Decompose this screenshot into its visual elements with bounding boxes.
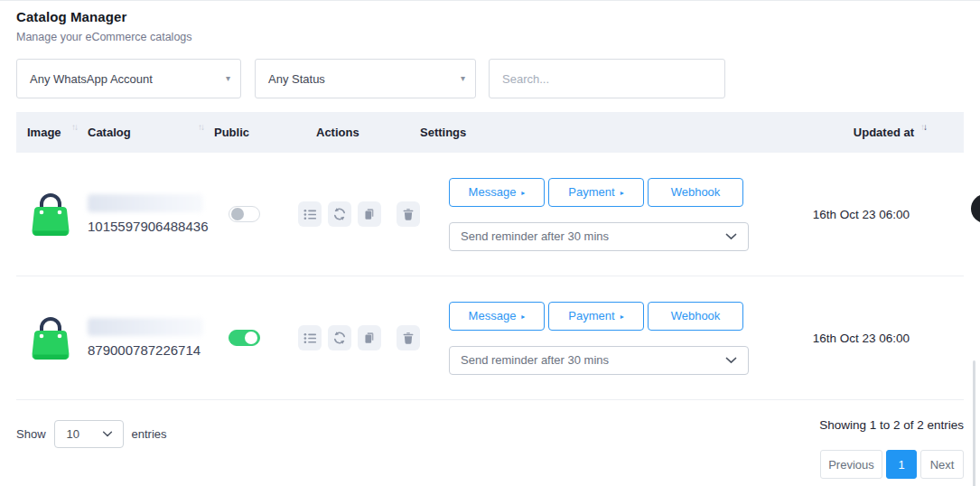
actions-cell xyxy=(298,325,420,350)
trash-icon xyxy=(402,332,415,344)
message-button[interactable]: Message ▸ xyxy=(449,178,545,207)
chevron-down-icon xyxy=(725,233,737,240)
sort-icon-active-desc: ↑↓ xyxy=(920,122,926,132)
column-header-actions: Actions xyxy=(316,126,420,139)
catalog-manager-page: Catalog Manager Manage your eCommerce ca… xyxy=(0,0,980,486)
payment-button[interactable]: Payment ▸ xyxy=(548,178,644,207)
reminder-select[interactable]: Send reminder after 30 mins xyxy=(449,222,749,251)
page-title: Catalog Manager xyxy=(16,9,964,24)
caret-down-icon: ▾ xyxy=(461,74,465,83)
public-toggle[interactable] xyxy=(229,206,260,222)
caret-down-icon: ▾ xyxy=(226,74,230,83)
toggle-knob xyxy=(245,332,257,344)
next-page-button[interactable]: Next xyxy=(920,450,964,479)
whatsapp-account-filter[interactable]: Any WhatsApp Account ▾ xyxy=(16,59,241,98)
catalog-image-cell xyxy=(16,309,88,367)
caret-right-icon: ▸ xyxy=(521,313,525,321)
updated-at: 16th Oct 23 06:00 xyxy=(743,208,964,221)
caret-right-icon: ▸ xyxy=(621,313,624,321)
column-header-public: Public xyxy=(214,126,316,139)
catalog-name-redacted xyxy=(88,194,203,212)
showing-entries-text: Showing 1 to 2 of 2 entries xyxy=(819,418,964,432)
webhook-button[interactable]: Webhook xyxy=(648,178,743,207)
show-label: Show xyxy=(16,427,46,441)
duplicate-button[interactable] xyxy=(358,201,381,227)
previous-page-button[interactable]: Previous xyxy=(820,450,882,479)
message-button[interactable]: Message ▸ xyxy=(449,302,545,331)
whatsapp-account-filter-value: Any WhatsApp Account xyxy=(30,72,153,86)
payment-button[interactable]: Payment ▸ xyxy=(548,302,644,331)
column-header-image[interactable]: Image ↑↓ xyxy=(16,126,88,139)
chevron-down-icon xyxy=(725,357,737,364)
actions-cell xyxy=(298,201,420,227)
settings-cell: Message ▸ Payment ▸ Webhook Send reminde… xyxy=(420,302,743,375)
table-row: 1015597906488436 xyxy=(16,153,964,276)
sync-button[interactable] xyxy=(328,325,351,350)
status-filter-value: Any Status xyxy=(268,72,325,86)
trash-icon xyxy=(402,208,415,220)
catalog-image-cell xyxy=(16,185,88,243)
product-list-button[interactable] xyxy=(298,201,322,227)
status-filter[interactable]: Any Status ▾ xyxy=(255,59,476,98)
filter-bar: Any WhatsApp Account ▾ Any Status ▾ xyxy=(16,59,964,98)
catalog-id: 879000787226714 xyxy=(88,342,214,358)
page-subtitle: Manage your eCommerce catalogs xyxy=(16,31,964,43)
page-1-button[interactable]: 1 xyxy=(886,450,917,479)
page-header: Catalog Manager Manage your eCommerce ca… xyxy=(0,1,980,43)
settings-buttons: Message ▸ Payment ▸ Webhook xyxy=(449,302,743,331)
table-row: 879000787226714 xyxy=(16,276,964,400)
pagination-area: Showing 1 to 2 of 2 entries Previous 1 N… xyxy=(819,412,964,479)
sync-button[interactable] xyxy=(328,201,351,227)
list-icon xyxy=(303,208,317,221)
sort-icon: ↑↓ xyxy=(71,122,77,132)
copy-icon xyxy=(363,332,376,344)
catalog-cell: 879000787226714 xyxy=(88,318,214,358)
page-size-control: Show 10 entries xyxy=(16,420,167,448)
catalog-id: 1015597906488436 xyxy=(88,219,214,234)
settings-buttons: Message ▸ Payment ▸ Webhook xyxy=(449,178,743,207)
list-icon xyxy=(303,332,317,345)
settings-cell: Message ▸ Payment ▸ Webhook Send reminde… xyxy=(420,178,743,251)
chevron-down-icon xyxy=(102,431,113,437)
copy-icon xyxy=(363,208,376,220)
catalog-table: Image ↑↓ Catalog ↑↓ Public Actions Setti… xyxy=(16,112,964,400)
table-header-row: Image ↑↓ Catalog ↑↓ Public Actions Setti… xyxy=(16,112,964,153)
delete-button[interactable] xyxy=(397,201,420,227)
updated-at: 16th Oct 23 06:00 xyxy=(743,332,964,345)
delete-button[interactable] xyxy=(397,325,420,350)
pagination: Previous 1 Next xyxy=(820,450,964,479)
catalog-cell: 1015597906488436 xyxy=(88,194,214,234)
floating-widget-button[interactable] xyxy=(971,194,980,223)
table-footer: Show 10 entries Showing 1 to 2 of 2 entr… xyxy=(16,412,964,479)
caret-right-icon: ▸ xyxy=(621,190,624,197)
column-header-updated-at[interactable]: Updated at ↑↓ xyxy=(743,126,964,139)
sort-icon: ↑↓ xyxy=(198,122,203,132)
toggle-knob xyxy=(231,208,244,220)
public-toggle[interactable] xyxy=(229,330,260,346)
page-size-select[interactable]: 10 xyxy=(54,420,124,448)
duplicate-button[interactable] xyxy=(358,325,381,350)
scrollbar-thumb[interactable] xyxy=(973,360,975,486)
product-list-button[interactable] xyxy=(298,325,322,350)
refresh-icon xyxy=(332,331,347,345)
column-header-settings: Settings xyxy=(420,126,743,139)
search-input[interactable] xyxy=(489,59,725,98)
column-header-catalog[interactable]: Catalog ↑↓ xyxy=(88,126,214,139)
reminder-select[interactable]: Send reminder after 30 mins xyxy=(449,346,749,375)
caret-right-icon: ▸ xyxy=(521,190,525,197)
shopping-bag-icon xyxy=(27,309,74,363)
entries-label: entries xyxy=(132,427,167,441)
webhook-button[interactable]: Webhook xyxy=(648,302,743,331)
catalog-name-redacted xyxy=(88,318,203,336)
shopping-bag-icon xyxy=(27,185,74,239)
refresh-icon xyxy=(332,207,347,221)
